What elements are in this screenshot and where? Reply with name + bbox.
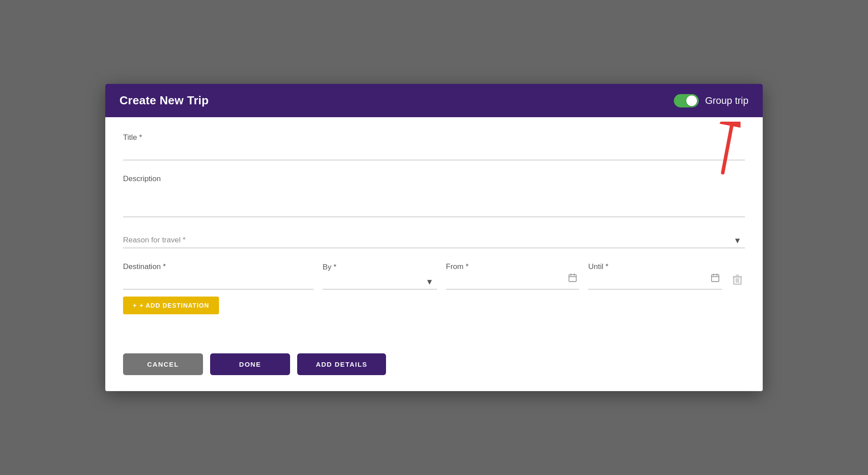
group-trip-label: Group trip	[705, 95, 749, 107]
cancel-button[interactable]: CANCEL	[123, 353, 203, 375]
from-field: From *	[446, 262, 579, 289]
done-button[interactable]: DONE	[210, 353, 290, 375]
description-label: Description	[123, 174, 745, 183]
until-date-input[interactable]	[588, 274, 721, 289]
add-details-button[interactable]: ADD DETAILS	[297, 353, 386, 375]
modal-footer: CANCEL DONE ADD DETAILS	[105, 343, 763, 391]
delete-destination-button[interactable]	[731, 273, 744, 289]
modal-overlay: Create New Trip Group trip	[0, 0, 868, 475]
until-field: Until *	[588, 262, 721, 289]
reason-select-wrapper: Reason for travel * Business Personal Va…	[123, 233, 745, 248]
toggle-thumb	[686, 95, 697, 106]
by-select[interactable]: Air Car Train Bus	[323, 274, 437, 289]
group-trip-toggle[interactable]	[674, 94, 699, 107]
by-field: By * Air Car Train Bus ▼	[323, 263, 437, 289]
from-label: From *	[446, 262, 579, 271]
modal-header: Create New Trip Group trip	[105, 84, 763, 117]
title-field: Title *	[123, 133, 745, 160]
until-label: Until *	[588, 262, 721, 271]
destination-label: Destination *	[123, 262, 314, 271]
create-trip-modal: Create New Trip Group trip	[105, 84, 763, 391]
reason-field: Reason for travel * Business Personal Va…	[123, 233, 745, 248]
header-right: Group trip	[674, 94, 749, 107]
title-input[interactable]	[123, 145, 745, 160]
add-destination-button[interactable]: + + ADD DESTINATION	[123, 297, 219, 314]
until-date-wrapper	[588, 274, 721, 289]
add-destination-label: + ADD DESTINATION	[139, 302, 209, 309]
destination-input[interactable]	[123, 274, 314, 289]
from-date-input[interactable]	[446, 274, 579, 289]
destination-field: Destination *	[123, 262, 314, 289]
modal-body: Title * Description Reason for travel * …	[105, 117, 763, 343]
from-date-wrapper	[446, 274, 579, 289]
toggle-track	[674, 94, 699, 107]
destination-section: Destination * By * Air Car Train	[123, 262, 745, 314]
title-label: Title *	[123, 133, 745, 142]
destination-row: Destination * By * Air Car Train	[123, 262, 745, 289]
modal-title: Create New Trip	[119, 94, 209, 107]
by-label: By *	[323, 263, 437, 272]
description-input[interactable]	[123, 186, 745, 217]
reason-select[interactable]: Reason for travel * Business Personal Va…	[123, 233, 745, 248]
by-select-wrapper: Air Car Train Bus ▼	[323, 274, 437, 289]
delete-field	[731, 273, 745, 289]
description-field: Description	[123, 174, 745, 219]
add-destination-plus-icon: +	[133, 302, 137, 309]
